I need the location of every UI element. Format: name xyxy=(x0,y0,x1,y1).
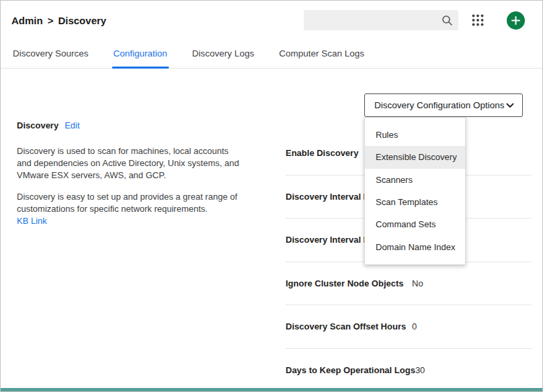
menu-item-scan-templates[interactable]: Scan Templates xyxy=(365,191,465,213)
section-title: Discovery xyxy=(17,120,58,130)
breadcrumb-discovery: Discovery xyxy=(58,15,106,26)
dropdown-button-label: Discovery Configuration Options xyxy=(374,100,505,110)
search-icon[interactable] xyxy=(442,15,453,26)
setting-label: Ignore Cluster Node Objects xyxy=(286,278,412,288)
description-paragraph-1: Discovery is used to scan for machines, … xyxy=(17,145,245,182)
search-input[interactable] xyxy=(310,15,442,26)
discovery-configuration-options-menu: Rules Extensible Discovery Scanners Scan… xyxy=(364,117,466,265)
menu-item-command-sets[interactable]: Command Sets xyxy=(365,213,465,235)
breadcrumb-admin[interactable]: Admin xyxy=(11,15,43,26)
header: Admin>Discovery xyxy=(1,1,542,40)
menu-item-rules[interactable]: Rules xyxy=(365,124,465,146)
plus-icon xyxy=(511,16,520,25)
setting-value: 0 xyxy=(412,321,417,331)
menu-item-extensible-discovery[interactable]: Extensible Discovery xyxy=(365,146,465,168)
breadcrumb: Admin>Discovery xyxy=(11,15,106,26)
section-title-row: DiscoveryEdit xyxy=(17,120,245,132)
admin-discovery-page: Admin>Discovery xyxy=(0,0,543,392)
tab-discovery-logs[interactable]: Discovery Logs xyxy=(191,40,255,69)
discovery-description-panel: DiscoveryEdit Discovery is used to scan … xyxy=(17,120,245,227)
footer-bar xyxy=(1,388,542,391)
setting-value: 30 xyxy=(415,365,425,375)
setting-row-discovery-scan-offset-hours: Discovery Scan Offset Hours 0 xyxy=(286,305,532,349)
setting-row-ignore-cluster-node-objects: Ignore Cluster Node Objects No xyxy=(286,262,532,306)
menu-item-scanners[interactable]: Scanners xyxy=(365,169,465,191)
tab-configuration[interactable]: Configuration xyxy=(112,40,169,69)
chevron-down-icon xyxy=(506,103,514,108)
edit-link[interactable]: Edit xyxy=(65,120,79,130)
menu-item-domain-name-index[interactable]: Domain Name Index xyxy=(365,235,465,258)
setting-label: Discovery Scan Offset Hours xyxy=(286,321,412,331)
app-grid-icon[interactable] xyxy=(472,14,484,26)
setting-value: No xyxy=(412,278,423,288)
discovery-configuration-options-button[interactable]: Discovery Configuration Options xyxy=(364,93,523,117)
description-paragraph-2: Discovery is easy to set up and provides… xyxy=(17,191,245,215)
setting-row-days-to-keep-operational-logs: Days to Keep Operational Logs 30 xyxy=(286,349,532,392)
tab-discovery-sources[interactable]: Discovery Sources xyxy=(11,40,90,69)
content-area: DiscoveryEdit Discovery is used to scan … xyxy=(1,69,542,392)
search-box[interactable] xyxy=(304,10,458,30)
tab-computer-scan-logs[interactable]: Computer Scan Logs xyxy=(278,40,366,69)
breadcrumb-separator: > xyxy=(48,15,54,26)
tab-bar: Discovery Sources Configuration Discover… xyxy=(1,40,542,69)
add-button[interactable] xyxy=(507,11,525,30)
kb-link[interactable]: KB Link xyxy=(17,216,47,226)
setting-label: Days to Keep Operational Logs xyxy=(286,365,415,375)
